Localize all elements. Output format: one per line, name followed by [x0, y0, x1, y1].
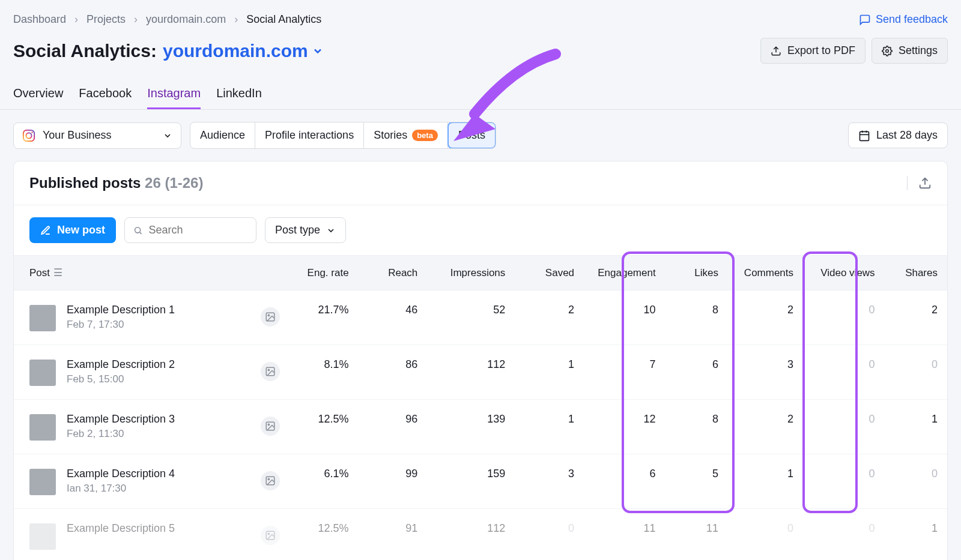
col-saved[interactable]: Saved [515, 256, 584, 291]
domain-select[interactable]: yourdomain.com [163, 41, 324, 61]
post-thumbnail [29, 414, 56, 441]
subtab-stories[interactable]: Stories beta [364, 122, 448, 148]
breadcrumb: Dashboard › Projects › yourdomain.com › … [0, 0, 961, 32]
breadcrumb-projects[interactable]: Projects [86, 13, 126, 26]
breadcrumb-domain[interactable]: yourdomain.com [146, 13, 226, 26]
post-datetime: Feb 2, 11:30 [67, 428, 175, 440]
table-row[interactable]: Example Description 5 12.5% 91 112 0 11 … [14, 509, 947, 561]
domain-select-label: yourdomain.com [163, 41, 308, 61]
cell-shares: 0 [885, 454, 947, 509]
cell-eng-rate: 8.1% [290, 345, 359, 400]
posts-table-wrapper: Post☰ Eng. rate Reach Impressions Saved … [14, 255, 947, 560]
post-thumbnail [29, 305, 56, 331]
network-tabs: Overview Facebook Instagram LinkedIn [0, 70, 961, 110]
svg-point-17 [268, 424, 269, 425]
tab-overview[interactable]: Overview [13, 86, 63, 109]
cell-eng-rate: 12.5% [290, 509, 359, 561]
chevron-right-icon: › [234, 13, 238, 26]
search-input[interactable] [149, 218, 247, 242]
settings-label: Settings [899, 44, 938, 57]
cell-reach: 46 [359, 291, 428, 345]
cell-engagement: 6 [584, 454, 665, 509]
post-thumbnail [29, 469, 56, 495]
table-row[interactable]: Example Description 3 Feb 2, 11:30 12.5%… [14, 400, 947, 454]
post-datetime: Feb 7, 17:30 [67, 319, 175, 331]
subtab-audience[interactable]: Audience [190, 122, 255, 148]
cell-shares: 1 [885, 509, 947, 561]
col-video-views[interactable]: Video views [803, 256, 885, 291]
table-row[interactable]: Example Description 2 Feb 5, 15:00 8.1% … [14, 345, 947, 400]
cell-eng-rate: 21.7% [290, 291, 359, 345]
tab-linkedin[interactable]: LinkedIn [216, 86, 262, 109]
col-engagement[interactable]: Engagement [584, 256, 665, 291]
settings-button[interactable]: Settings [872, 38, 948, 64]
cell-video-views: 0 [803, 509, 885, 561]
image-post-icon [261, 417, 280, 436]
col-impressions[interactable]: Impressions [427, 256, 515, 291]
subtab-profile-interactions[interactable]: Profile interactions [255, 122, 364, 148]
table-header-row: Post☰ Eng. rate Reach Impressions Saved … [14, 256, 947, 291]
pencil-icon [40, 225, 51, 236]
search-icon [133, 225, 143, 236]
cell-likes: 5 [665, 454, 728, 509]
export-pdf-button[interactable]: Export to PDF [760, 38, 866, 64]
cell-video-views: 0 [803, 400, 885, 454]
col-post[interactable]: Post☰ [14, 256, 290, 291]
cell-saved: 2 [515, 291, 584, 345]
post-type-filter[interactable]: Post type [265, 217, 346, 243]
card-header: Published posts 26 (1-26) [14, 161, 947, 205]
cell-impressions: 112 [427, 509, 515, 561]
breadcrumb-current: Social Analytics [246, 13, 321, 26]
svg-line-11 [140, 232, 142, 234]
export-icon[interactable] [918, 176, 932, 190]
send-feedback-link[interactable]: Send feedback [859, 13, 948, 26]
card-toolbar: New post Post type [14, 205, 947, 255]
table-row[interactable]: Example Description 1 Feb 7, 17:30 21.7%… [14, 291, 947, 345]
feedback-icon [859, 14, 871, 26]
send-feedback-label: Send feedback [876, 13, 948, 26]
instagram-icon [22, 129, 35, 142]
cell-saved: 1 [515, 345, 584, 400]
gear-icon [882, 46, 893, 56]
tab-instagram[interactable]: Instagram [147, 86, 201, 109]
image-post-icon [261, 362, 280, 381]
post-thumbnail [29, 360, 56, 386]
subtab-posts[interactable]: Posts [447, 122, 496, 149]
date-range-select[interactable]: Last 28 days [848, 122, 948, 148]
search-box[interactable] [124, 217, 256, 243]
cell-comments: 2 [728, 291, 803, 345]
col-eng-rate[interactable]: Eng. rate [290, 256, 359, 291]
calendar-icon [858, 130, 870, 142]
cell-video-views: 0 [803, 454, 885, 509]
post-type-label: Post type [275, 224, 320, 236]
new-post-button[interactable]: New post [29, 217, 116, 243]
chevron-down-icon [163, 131, 172, 140]
col-comments[interactable]: Comments [728, 256, 803, 291]
beta-badge: beta [412, 130, 438, 141]
cell-shares: 1 [885, 400, 947, 454]
cell-likes: 8 [665, 291, 728, 345]
post-description: Example Description 2 [67, 358, 175, 371]
cell-eng-rate: 6.1% [290, 454, 359, 509]
subtab-stories-label: Stories [374, 129, 407, 142]
col-shares[interactable]: Shares [885, 256, 947, 291]
cell-engagement: 7 [584, 345, 665, 400]
new-post-label: New post [57, 224, 105, 236]
col-reach[interactable]: Reach [359, 256, 428, 291]
svg-point-21 [268, 533, 269, 534]
breadcrumb-dashboard[interactable]: Dashboard [13, 13, 66, 26]
subtab-group: Audience Profile interactions Stories be… [190, 122, 496, 149]
cell-comments: 2 [728, 400, 803, 454]
chevron-down-icon [326, 226, 336, 235]
cell-video-views: 0 [803, 345, 885, 400]
cell-eng-rate: 12.5% [290, 400, 359, 454]
tab-facebook[interactable]: Facebook [79, 86, 132, 109]
cell-video-views: 0 [803, 291, 885, 345]
cell-engagement: 10 [584, 291, 665, 345]
cell-impressions: 159 [427, 454, 515, 509]
account-select[interactable]: Your Business [13, 122, 181, 149]
chevron-right-icon: › [134, 13, 138, 26]
col-likes[interactable]: Likes [665, 256, 728, 291]
cell-saved: 0 [515, 509, 584, 561]
table-row[interactable]: Example Description 4 Ian 31, 17:30 6.1%… [14, 454, 947, 509]
